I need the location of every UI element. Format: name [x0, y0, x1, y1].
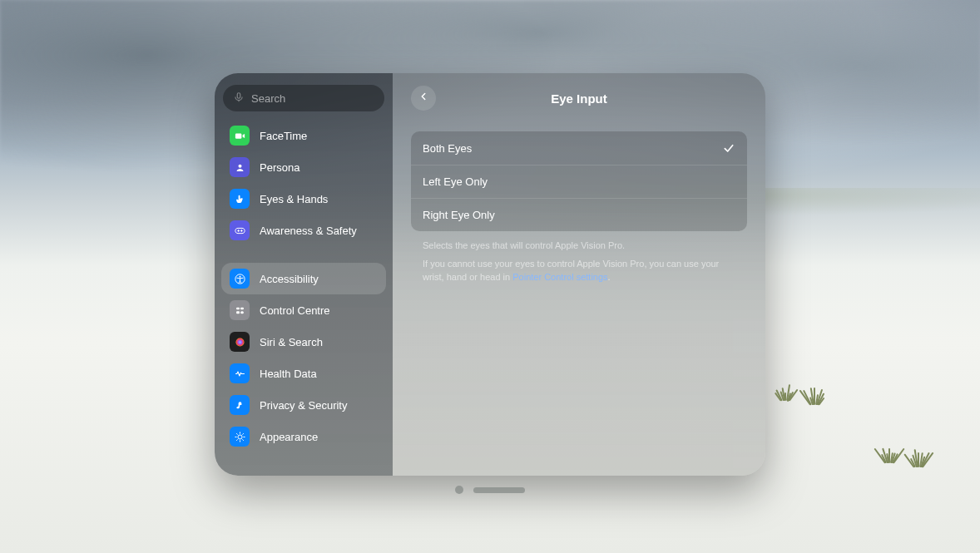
sidebar-item-label: Privacy & Security — [260, 399, 347, 412]
sidebar-item-eyeshands[interactable]: Eyes & Hands — [221, 183, 386, 215]
health-icon — [230, 363, 250, 383]
sidebar-item-health[interactable]: Health Data — [221, 358, 386, 389]
sidebar-item-label: Health Data — [260, 368, 317, 380]
sidebar-item-label: Siri & Search — [260, 336, 323, 348]
footer-note-line1: Selects the eyes that will control Apple… — [423, 239, 735, 253]
eye-input-option[interactable]: Right Eye Only — [411, 198, 747, 231]
decoration — [898, 449, 930, 467]
accessibility-icon — [230, 269, 250, 289]
sidebar-item-label: Accessibility — [260, 273, 319, 285]
sidebar-item-controlcentre[interactable]: Control Centre — [221, 294, 386, 326]
content-pane: Eye Input Both EyesLeft Eye OnlyRight Ey… — [393, 73, 765, 476]
decoration — [869, 445, 901, 463]
sidebar-item-siri[interactable]: Siri & Search — [221, 326, 386, 358]
svg-point-12 — [238, 435, 242, 439]
sidebar-item-persona[interactable]: Persona — [221, 151, 386, 183]
eye-input-option[interactable]: Left Eye Only — [411, 165, 747, 198]
controlcentre-icon — [230, 300, 250, 320]
sidebar-item-label: FaceTime — [260, 130, 307, 142]
window-bar-handle[interactable] — [473, 487, 525, 493]
option-label: Right Eye Only — [423, 209, 495, 221]
chevron-left-icon — [418, 91, 429, 106]
settings-window: Search FaceTimePersonaEyes & HandsAwaren… — [215, 73, 765, 476]
svg-point-3 — [237, 230, 239, 231]
persona-icon — [230, 157, 250, 177]
facetime-icon — [230, 126, 250, 146]
sidebar-item-label: Eyes & Hands — [260, 193, 328, 205]
sidebar-item-label: Appearance — [260, 431, 318, 443]
sidebar-item-accessibility[interactable]: Accessibility — [221, 263, 386, 294]
appearance-icon — [230, 427, 250, 447]
svg-rect-9 — [236, 311, 240, 314]
option-label: Left Eye Only — [423, 175, 488, 188]
window-bar[interactable] — [455, 486, 525, 494]
svg-rect-7 — [236, 307, 240, 309]
decoration — [794, 387, 826, 405]
sidebar-item-privacy[interactable]: Privacy & Security — [221, 389, 386, 421]
eye-input-option[interactable]: Both Eyes — [411, 131, 747, 165]
svg-point-2 — [238, 164, 241, 167]
svg-rect-10 — [240, 311, 244, 314]
sidebar-item-label: Control Centre — [260, 304, 330, 317]
svg-point-11 — [235, 338, 244, 346]
search-placeholder: Search — [251, 92, 285, 105]
siri-icon — [230, 332, 250, 352]
sidebar-item-awareness[interactable]: Awareness & Safety — [221, 215, 386, 246]
eye-input-options: Both EyesLeft Eye OnlyRight Eye Only — [411, 131, 747, 231]
privacy-icon — [230, 395, 250, 415]
footer-note: Selects the eyes that will control Apple… — [411, 239, 747, 284]
awareness-icon — [230, 220, 250, 240]
sidebar-item-facetime[interactable]: FaceTime — [221, 120, 386, 151]
back-button[interactable] — [411, 86, 436, 111]
svg-point-6 — [239, 275, 240, 277]
footer-note-line2: If you cannot use your eyes to control A… — [423, 258, 735, 284]
svg-point-4 — [240, 230, 242, 231]
svg-rect-0 — [237, 92, 240, 97]
search-input[interactable]: Search — [223, 85, 384, 111]
mic-icon — [233, 91, 245, 106]
sidebar-item-appearance[interactable]: Appearance — [221, 421, 386, 452]
window-bar-dot[interactable] — [455, 486, 463, 494]
page-title: Eye Input — [411, 91, 747, 106]
sidebar-item-label: Awareness & Safety — [260, 225, 357, 237]
pointer-control-link[interactable]: Pointer Control settings — [512, 272, 607, 282]
eyeshands-icon — [230, 189, 250, 209]
sidebar: Search FaceTimePersonaEyes & HandsAwaren… — [215, 73, 393, 476]
svg-rect-1 — [235, 133, 241, 138]
decoration — [765, 383, 797, 401]
svg-rect-8 — [240, 307, 244, 309]
sidebar-item-label: Persona — [260, 161, 299, 174]
checkmark-icon — [722, 141, 735, 155]
option-label: Both Eyes — [423, 142, 472, 155]
